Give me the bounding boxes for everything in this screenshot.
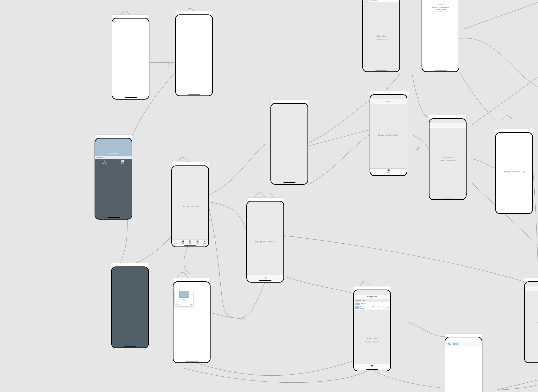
phone-frame: Files Navigation C [524, 281, 538, 363]
svg-point-2 [416, 147, 419, 150]
phone-frame [175, 14, 213, 96]
navigation-bar: Files [525, 286, 538, 291]
scene-dark[interactable] [111, 266, 149, 348]
placeholder-label: Tab Bar Controller [172, 205, 208, 208]
phone-frame: ← Label Label Back OK [173, 281, 211, 363]
tab-date[interactable]: 📅 Date [114, 159, 132, 166]
label-text: Tab Bar Controller [173, 205, 207, 208]
phone-frame [111, 266, 149, 348]
scene-files-master[interactable]: ‹ Files Master View Controller [429, 118, 467, 200]
scene-navigation-controller[interactable]: Navigation Controller ⌂ Home [246, 201, 284, 283]
tab-venue[interactable]: ↻ Venue [95, 159, 114, 166]
table-row[interactable]: NOTES [354, 302, 390, 306]
placeholder-label: Fetching Archived Files ⟳ [496, 170, 532, 176]
scene-venue-date[interactable]: eHospitality Ruler View ↻ Venue 📅 Date [95, 138, 132, 220]
doc-meta: Morgan & Co. Price Sheet 27 August 22 Fi… [422, 7, 459, 12]
doc-title: Morgan & Co. Price Sheet [422, 7, 459, 9]
doc-preview [435, 0, 446, 6]
label-sub: Prototype Content [355, 341, 389, 343]
scene-my-profile[interactable]: ‹ My Profile [445, 337, 482, 392]
header-title: eHospitality [95, 153, 132, 154]
scene-blank-2[interactable] [175, 14, 213, 96]
row-badge: Done [386, 307, 389, 308]
note-icon: ▤ [186, 240, 194, 243]
table-row[interactable]: If relative : do the follow-up for each … [354, 306, 390, 310]
label-text: Navigation Controller [249, 240, 282, 243]
card-sublabel: Label [176, 300, 192, 302]
row-chip [355, 306, 359, 309]
phone-frame: Tab Bar Controller ⌂Home ▣Files ▤Notes ▦… [171, 165, 209, 247]
preview-thumb [179, 291, 189, 298]
activity-indicator-icon: ⟳ [497, 174, 531, 176]
row-text: If relative : do the follow-up for each … [360, 306, 386, 309]
phone-frame: Navigation Controller ⌂ Home [246, 201, 284, 283]
label-text: Navigation Controller [372, 134, 405, 137]
scene-popup[interactable]: ← Label Label Back OK [173, 281, 211, 363]
label-sub: Prototype Content [365, 38, 398, 41]
folder-icon: ▣ [370, 169, 407, 171]
scene-tab-bar-controller[interactable]: Tab Bar Controller ⌂Home ▣Files ▤Notes ▦… [171, 165, 209, 247]
refresh-icon: ↻ [95, 160, 114, 162]
row-chip [355, 303, 360, 305]
label-text: Table View [365, 35, 398, 38]
segment-tabs[interactable]: ↻ Venue 📅 Date [95, 159, 132, 166]
card-label: Label [176, 298, 192, 300]
navigation-bar: Files [370, 99, 407, 104]
scene-blank-1[interactable] [112, 18, 149, 100]
phone-frame: Morgan & Co. Price Sheet 27 August 22 Fi… [422, 0, 459, 72]
scene-file-doc[interactable]: Morgan & Co. Price Sheet 27 August 22 Fi… [422, 0, 459, 72]
navigation-bar: Companies [354, 295, 390, 299]
placeholder-label: Navigation Controller [370, 134, 407, 137]
label-text: Table View [355, 337, 389, 340]
tab-home[interactable]: ⌂Home [172, 240, 179, 247]
nav-title: Files [386, 100, 391, 102]
card-ok-button[interactable]: OK [190, 304, 192, 305]
navigation-bar: ‹ My Profile [445, 342, 482, 346]
scene-companies[interactable]: Companies Prototype Cells NOTES If relat… [353, 290, 391, 371]
phone-frame: eHospitality Ruler View ↻ Venue 📅 Date [95, 138, 132, 220]
content-area [95, 166, 132, 219]
scene-nav-side[interactable]: Files Navigation C [524, 281, 538, 363]
nav-title: Companies [367, 296, 377, 298]
scene-nav-files[interactable]: Files Navigation Controller ▣ Files [370, 94, 407, 176]
phone-frame: Companies Prototype Cells NOTES If relat… [353, 290, 391, 371]
svg-point-3 [242, 317, 244, 320]
svg-point-1 [270, 193, 273, 196]
doc-date: 11 October 2023 [422, 11, 459, 13]
home-icon: ⌂ [247, 276, 283, 278]
scene-archived-files[interactable]: Fetching Archived Files ⟳ [495, 132, 533, 214]
calendar-icon: 📅 [114, 160, 132, 162]
header: eHospitality [95, 139, 132, 156]
tab-profile[interactable]: ▲Profile [201, 240, 208, 247]
tab-label: Date [121, 162, 124, 164]
phone-frame: ‹ My Profile [445, 337, 482, 392]
card-back-button[interactable]: Back [176, 304, 179, 305]
placeholder-label: Table View Prototype Content [363, 35, 399, 41]
doc-subtitle: 27 August 22 Final [422, 9, 459, 11]
profile-icon: ▲ [201, 240, 208, 243]
tab-icon: ▣ [354, 364, 390, 367]
row-text: NOTES [361, 303, 366, 304]
tab-label: Venue [102, 162, 107, 164]
file-subtitle: Uploaded 2023 [370, 0, 382, 1]
placeholder-label: Table View Prototype Content [354, 337, 390, 343]
scene-blank-filled[interactable] [270, 103, 308, 185]
phone-frame: Fetching Archived Files ⟳ [495, 132, 533, 214]
phone-frame [112, 18, 149, 100]
file-thumb [364, 0, 369, 2]
phone-frame [270, 103, 308, 185]
label-text: Files Master View Controller [431, 156, 464, 162]
scene-table-view-top[interactable]: Morgan & Co. FSA Uploaded 2023 Table Vie… [362, 0, 400, 72]
label-text: Navigation C [526, 321, 538, 324]
file-row[interactable]: Morgan & Co. FSA Uploaded 2023 [363, 0, 399, 2]
ruler-row: Ruler View [95, 156, 132, 159]
home-icon: ⌂ [172, 240, 179, 243]
label-text: Fetching Archived Files [497, 170, 531, 173]
back-chevron-icon[interactable]: ‹ [430, 123, 431, 128]
preview-card[interactable]: Label Label Back OK [174, 290, 194, 307]
placeholder-label: Navigation Controller [247, 240, 283, 243]
placeholder-label: Files Master View Controller [429, 156, 466, 162]
back-button[interactable]: ‹ My Profile [446, 342, 459, 346]
section-header: Prototype Cells [354, 299, 390, 301]
folder-icon: ▣ [179, 240, 186, 243]
